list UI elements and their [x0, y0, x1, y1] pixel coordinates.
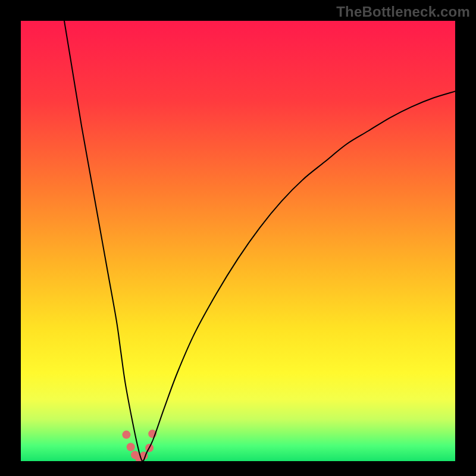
watermark-text: TheBottleneck.com: [336, 4, 470, 20]
marker-dot: [127, 443, 135, 451]
chart-frame: TheBottleneck.com: [0, 0, 476, 476]
gradient-background: [21, 21, 455, 461]
bottleneck-chart: [21, 21, 455, 461]
marker-dot: [122, 431, 130, 439]
plot-area: [21, 21, 455, 461]
